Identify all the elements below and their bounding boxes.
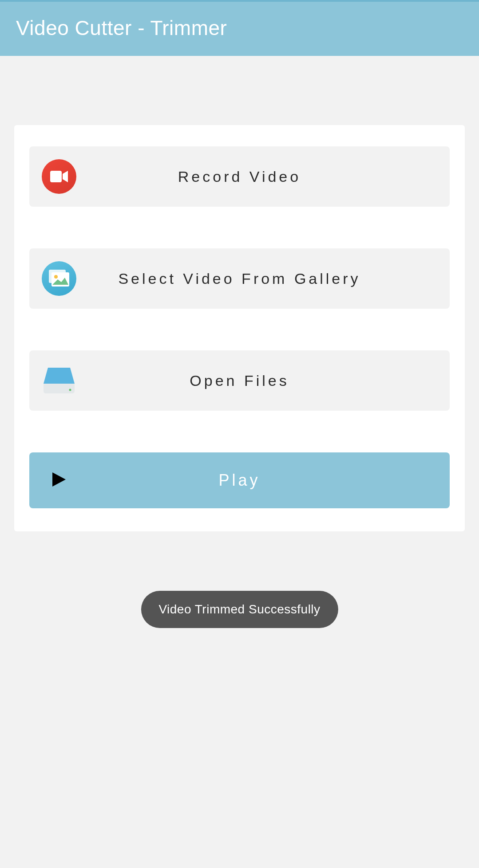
play-label: Play [29,471,450,490]
play-icon [50,471,67,490]
open-files-button[interactable]: Open Files [29,350,450,411]
svg-point-3 [54,275,58,279]
svg-point-4 [69,389,71,391]
gallery-icon [42,261,76,296]
select-gallery-label: Select Video From Gallery [29,270,450,287]
drive-icon [42,363,76,398]
open-files-label: Open Files [29,372,450,389]
play-button[interactable]: Play [29,452,450,508]
page-title: Video Cutter - Trimmer [16,16,463,40]
app-header: Video Cutter - Trimmer [0,2,479,56]
toast-message: Video Trimmed Successfully [141,591,338,628]
options-card: Record Video Select Video From Gallery [14,125,465,531]
main-content: Record Video Select Video From Gallery [0,56,479,531]
svg-rect-0 [50,171,62,182]
record-icon [42,159,76,194]
record-video-button[interactable]: Record Video [29,146,450,207]
select-gallery-button[interactable]: Select Video From Gallery [29,248,450,309]
record-video-label: Record Video [29,168,450,185]
